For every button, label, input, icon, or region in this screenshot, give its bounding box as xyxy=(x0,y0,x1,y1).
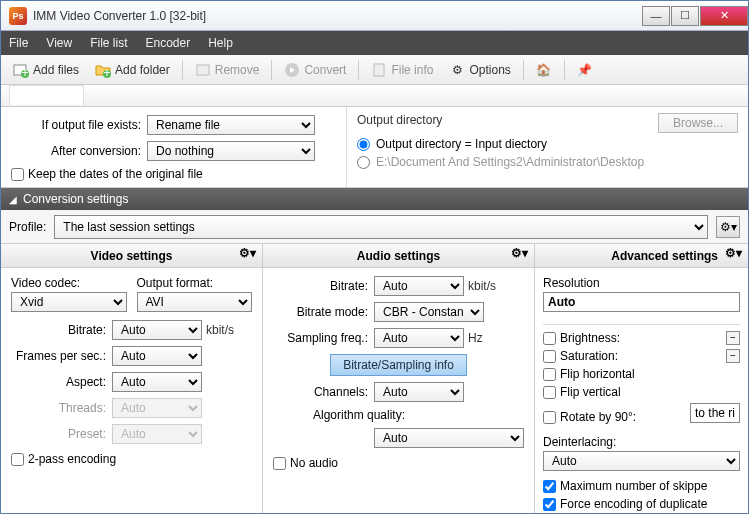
bitrate-mode-label: Bitrate mode: xyxy=(273,305,368,319)
bitrate-mode-select[interactable]: CBR - Constant xyxy=(374,302,484,322)
svg-rect-7 xyxy=(374,64,384,76)
menu-encoder[interactable]: Encoder xyxy=(145,36,190,50)
conv-header-label: Conversion settings xyxy=(23,192,128,206)
video-codec-label: Video codec: xyxy=(11,276,127,290)
audio-bitrate-unit: kbit/s xyxy=(468,279,496,293)
outdir-same-radio[interactable] xyxy=(357,138,370,151)
svg-rect-5 xyxy=(197,65,209,75)
max-skip-checkbox[interactable] xyxy=(543,480,556,493)
fps-select[interactable]: Auto xyxy=(112,346,202,366)
brightness-label: Brightness: xyxy=(560,331,722,345)
separator xyxy=(564,60,565,80)
add-files-button[interactable]: + Add files xyxy=(7,59,85,81)
audio-bitrate-select[interactable]: Auto xyxy=(374,276,464,296)
algo-select[interactable]: Auto xyxy=(374,428,524,448)
toolbar: + Add files + Add folder Remove Convert … xyxy=(1,55,748,85)
after-conv-select[interactable]: Do nothing xyxy=(147,141,315,161)
sampling-label: Sampling freq.: xyxy=(273,331,368,345)
aspect-label: Aspect: xyxy=(11,375,106,389)
profile-gear-button[interactable]: ⚙▾ xyxy=(716,216,740,238)
options-button[interactable]: ⚙ Options xyxy=(443,59,516,81)
video-head-label: Video settings xyxy=(91,249,173,263)
convert-label: Convert xyxy=(304,63,346,77)
maximize-button[interactable]: ☐ xyxy=(671,6,699,26)
convert-button[interactable]: Convert xyxy=(278,59,352,81)
brightness-minus[interactable]: − xyxy=(726,331,740,345)
video-codec-select[interactable]: Xvid xyxy=(11,292,127,312)
svg-text:+: + xyxy=(104,66,111,78)
video-settings-panel: Video settings ⚙▾ Video codec: Xvid Outp… xyxy=(1,244,263,514)
profile-select[interactable]: The last session settings xyxy=(54,215,708,239)
convert-icon xyxy=(284,62,300,78)
audio-bitrate-label: Bitrate: xyxy=(273,279,368,293)
tab-empty[interactable] xyxy=(9,85,84,105)
flipv-checkbox[interactable] xyxy=(543,386,556,399)
rotate-checkbox[interactable] xyxy=(543,411,556,424)
add-files-icon: + xyxy=(13,62,29,78)
saturation-minus[interactable]: − xyxy=(726,349,740,363)
menu-help[interactable]: Help xyxy=(208,36,233,50)
audio-settings-panel: Audio settings ⚙▾ Bitrate: Auto kbit/s B… xyxy=(263,244,535,514)
output-format-select[interactable]: AVI xyxy=(137,292,253,312)
output-format-label: Output format: xyxy=(137,276,253,290)
channels-select[interactable]: Auto xyxy=(374,382,464,402)
browse-button[interactable]: Browse... xyxy=(658,113,738,133)
separator xyxy=(271,60,272,80)
brightness-checkbox[interactable] xyxy=(543,332,556,345)
rotate-value[interactable] xyxy=(690,403,740,423)
no-audio-checkbox[interactable] xyxy=(273,457,286,470)
add-folder-label: Add folder xyxy=(115,63,170,77)
video-gear-button[interactable]: ⚙▾ xyxy=(239,246,256,260)
close-button[interactable]: ✕ xyxy=(700,6,748,26)
svg-text:+: + xyxy=(21,66,28,78)
sampling-unit: Hz xyxy=(468,331,483,345)
force-dup-checkbox[interactable] xyxy=(543,498,556,511)
force-dup-label: Force encoding of duplicate xyxy=(560,497,740,511)
menu-file[interactable]: File xyxy=(9,36,28,50)
outdir-path-radio[interactable] xyxy=(357,156,370,169)
pin-button[interactable]: 📌 xyxy=(571,59,599,81)
upper-panel: If output file exists: Rename file After… xyxy=(1,107,748,188)
separator xyxy=(182,60,183,80)
minimize-button[interactable]: — xyxy=(642,6,670,26)
video-settings-header: Video settings ⚙▾ xyxy=(1,244,262,268)
if-exists-select[interactable]: Rename file xyxy=(147,115,315,135)
fliph-checkbox[interactable] xyxy=(543,368,556,381)
deint-select[interactable]: Auto xyxy=(543,451,740,471)
adv-gear-button[interactable]: ⚙▾ xyxy=(725,246,742,260)
audio-gear-button[interactable]: ⚙▾ xyxy=(511,246,528,260)
audio-settings-header: Audio settings ⚙▾ xyxy=(263,244,534,268)
resolution-input[interactable] xyxy=(543,292,740,312)
twopass-label: 2-pass encoding xyxy=(28,452,116,466)
home-button[interactable]: 🏠 xyxy=(530,59,558,81)
file-info-label: File info xyxy=(391,63,433,77)
profile-row: Profile: The last session settings ⚙▾ xyxy=(1,210,748,244)
add-folder-icon: + xyxy=(95,62,111,78)
video-bitrate-unit: kbit/s xyxy=(206,323,234,337)
menu-filelist[interactable]: File list xyxy=(90,36,127,50)
advanced-settings-panel: Advanced settings ⚙▾ Resolution Brightne… xyxy=(535,244,748,514)
remove-button[interactable]: Remove xyxy=(189,59,266,81)
channels-label: Channels: xyxy=(273,385,368,399)
outdir-label: Output directory xyxy=(357,113,442,127)
outdir-same-label: Output directory = Input diectory xyxy=(376,137,547,151)
window-title: IMM Video Converter 1.0 [32-bit] xyxy=(33,9,641,23)
separator xyxy=(358,60,359,80)
file-info-icon xyxy=(371,62,387,78)
fliph-label: Flip horizontal xyxy=(560,367,740,381)
video-bitrate-select[interactable]: Auto xyxy=(112,320,202,340)
keep-dates-checkbox[interactable] xyxy=(11,168,24,181)
add-folder-button[interactable]: + Add folder xyxy=(89,59,176,81)
remove-label: Remove xyxy=(215,63,260,77)
preset-select: Auto xyxy=(112,424,202,444)
sampling-select[interactable]: Auto xyxy=(374,328,464,348)
aspect-select[interactable]: Auto xyxy=(112,372,202,392)
conversion-settings-header[interactable]: ◢ Conversion settings xyxy=(1,188,748,210)
saturation-checkbox[interactable] xyxy=(543,350,556,363)
menu-view[interactable]: View xyxy=(46,36,72,50)
bitrate-sampling-info-button[interactable]: Bitrate/Sampling info xyxy=(330,354,467,376)
twopass-checkbox[interactable] xyxy=(11,453,24,466)
tabstrip xyxy=(1,85,748,107)
file-info-button[interactable]: File info xyxy=(365,59,439,81)
max-skip-label: Maximum number of skippe xyxy=(560,479,740,493)
